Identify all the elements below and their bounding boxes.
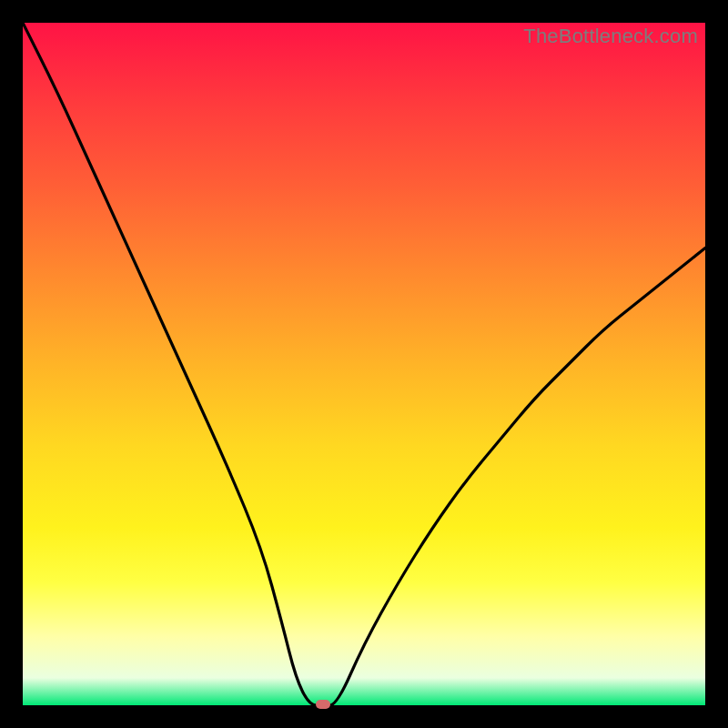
curve-path [23,23,705,705]
minimum-marker [316,700,330,709]
plot-area: TheBottleneck.com [23,23,705,705]
chart-frame: TheBottleneck.com [0,0,728,728]
bottleneck-curve [23,23,705,705]
